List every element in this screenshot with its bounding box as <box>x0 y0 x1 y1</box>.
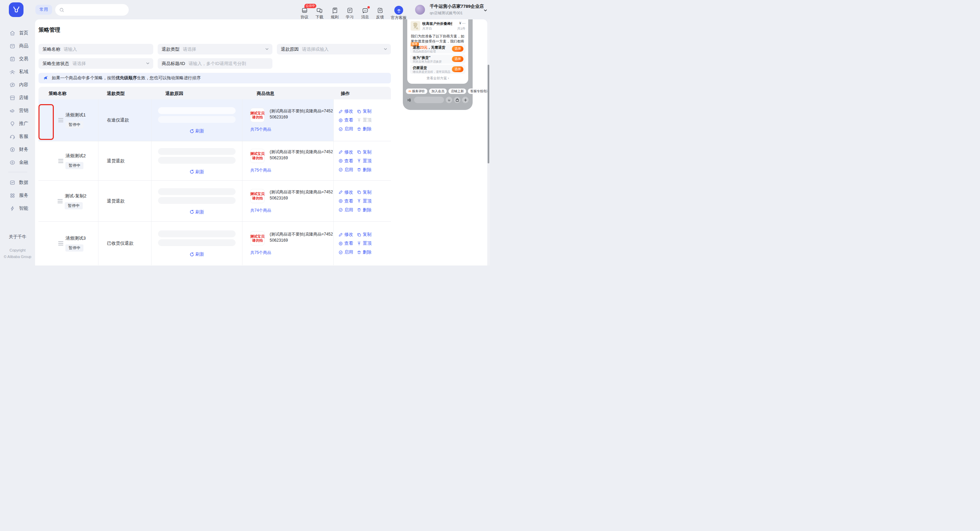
edit-action[interactable]: 修改 <box>339 232 356 238</box>
copy-action[interactable]: 复制 <box>357 232 372 238</box>
drag-handle[interactable] <box>58 240 63 246</box>
cell-refund-type: 在途仅退款 <box>99 99 151 141</box>
chip-service-hotline[interactable]: 客服专线电话 <box>468 89 490 94</box>
copy-action[interactable]: 复制 <box>357 108 372 114</box>
cell-refund-type: 已收货仅退款 <box>99 222 151 265</box>
sidebar-item-banking[interactable]: 金融 <box>0 157 35 168</box>
sidebar-item-service-desk[interactable]: 客服 <box>0 131 35 142</box>
status-badge: 暂停中 <box>65 121 83 128</box>
pencil-icon <box>339 232 343 237</box>
refresh-link[interactable]: 刷新 <box>190 209 204 215</box>
sidebar-item-services[interactable]: 服务 <box>0 189 35 201</box>
cell-refund-type: 退货退款 <box>99 181 151 221</box>
account-name: 千牛运营小店家7789企业店 <box>430 3 484 10</box>
option-title: 改为“换货” <box>413 56 431 60</box>
strategy-name: 清烦测试1 <box>65 112 86 118</box>
refresh-link[interactable]: 刷新 <box>190 169 204 175</box>
filter-strategy-name[interactable]: 策略名称 请输入 <box>38 44 153 54</box>
view-action[interactable]: 查看 <box>339 117 356 123</box>
scrollbar-thumb[interactable] <box>488 65 489 164</box>
sidebar-item-content[interactable]: 内容 <box>0 79 35 91</box>
product-count-link[interactable]: 共75个商品 <box>250 250 333 256</box>
enable-action[interactable]: 启用 <box>339 249 356 255</box>
emoji-icon[interactable] <box>446 97 452 103</box>
refresh-link[interactable]: 刷新 <box>190 128 204 134</box>
about-qianniu-link[interactable]: 关于千牛 <box>0 234 35 240</box>
view-action[interactable]: 查看 <box>339 240 356 246</box>
edit-action[interactable]: 修改 <box>339 108 356 114</box>
status-badge: 暂停中 <box>65 245 83 251</box>
drag-handle[interactable] <box>58 158 63 164</box>
filter-item-title-id[interactable]: 商品标题/ID 请输入，多个ID请用逗号分割 <box>158 58 272 69</box>
sidebar-item-orders[interactable]: 交易 <box>0 53 35 65</box>
select-button[interactable]: 选择 <box>452 56 463 62</box>
pin-top-action[interactable]: 置顶 <box>357 198 372 204</box>
view-all-plans-link[interactable]: 查看全部方案 › <box>407 76 468 81</box>
sidebar-item-products[interactable]: 商品 <box>0 40 35 52</box>
enable-action[interactable]: 启用 <box>339 207 356 213</box>
filter-refund-reason[interactable]: 退款原因 请选择或输入 <box>277 44 391 54</box>
pencil-icon <box>339 150 343 154</box>
refresh-link[interactable]: 刷新 <box>190 251 204 258</box>
annotation-highlight-box <box>38 104 54 140</box>
topbar-item-feedback[interactable]: 反馈 <box>371 7 390 20</box>
sidebar-item-home[interactable]: 首页 <box>0 27 35 39</box>
plus-icon[interactable] <box>462 97 469 103</box>
sidebar-item-data[interactable]: 数据 <box>0 176 35 188</box>
select-button[interactable]: 选择 <box>452 46 463 52</box>
copy-action[interactable]: 复制 <box>357 149 372 155</box>
cell-refund-reason: 刷新 <box>151 99 242 141</box>
chip-service-rating[interactable]: 服务评价 <box>406 89 427 94</box>
edit-action[interactable]: 修改 <box>339 149 356 155</box>
refresh-label: 刷新 <box>196 209 204 215</box>
chip-new-arrivals[interactable]: 店铺上新 <box>449 89 466 94</box>
enable-action[interactable]: 启用 <box>339 167 356 173</box>
product-count-link[interactable]: 共75个商品 <box>250 127 333 132</box>
search-input[interactable] <box>67 8 124 12</box>
chevron-down-icon[interactable] <box>484 8 487 12</box>
drag-handle[interactable] <box>57 198 63 204</box>
delete-action[interactable]: 删除 <box>357 249 372 255</box>
quick-tab-button[interactable]: 常用 <box>35 5 52 14</box>
product-count-link[interactable]: 共74个商品 <box>250 208 333 213</box>
sidebar-item-marketing[interactable]: 营销 <box>0 105 35 116</box>
priority-info-banner: 如果一个商品命中多个策略，按照优先级顺序生效，您也可以拖动策略进行排序 <box>38 73 391 83</box>
sidebar-item-shop[interactable]: 店铺 <box>0 92 35 103</box>
bag-icon[interactable] <box>454 97 460 103</box>
view-action[interactable]: 查看 <box>339 158 356 164</box>
chip-join-member[interactable]: 加入会员 <box>429 89 447 94</box>
top-bar: 常用 协议 公示中 下载 规则 学习 消息 反馈 官方客服 千牛运营小店家778… <box>0 0 490 19</box>
pin-top-action[interactable]: 置顶 <box>357 117 372 123</box>
column-header-strategy-name: 策略名称 <box>49 91 67 97</box>
pin-top-action[interactable]: 置顶 <box>357 158 372 164</box>
edit-action[interactable]: 修改 <box>339 189 356 196</box>
sidebar-item-private-domain[interactable]: 私域 <box>0 66 35 78</box>
enable-action[interactable]: 启用 <box>339 126 356 132</box>
view-action[interactable]: 查看 <box>339 198 356 204</box>
copy-action[interactable]: 复制 <box>357 189 372 196</box>
banner-text-bold: 优先级顺序 <box>116 75 137 81</box>
chat-text-input[interactable] <box>414 97 444 103</box>
headset-outline-icon <box>9 134 16 140</box>
content-icon <box>9 82 16 88</box>
sidebar-item-ai[interactable]: 智能 <box>0 202 35 214</box>
product-count-link[interactable]: 共75个商品 <box>250 167 333 173</box>
voice-icon[interactable] <box>407 98 411 102</box>
pin-top-action[interactable]: 置顶 <box>357 240 372 246</box>
qianniu-logo[interactable] <box>9 2 24 17</box>
drag-handle[interactable] <box>58 117 63 123</box>
sidebar-item-finance[interactable]: 财务 <box>0 144 35 155</box>
sidebar-item-promotion[interactable]: 推广 <box>0 118 35 129</box>
search-bar[interactable] <box>55 4 129 16</box>
account-avatar[interactable] <box>415 5 425 14</box>
delete-action[interactable]: 删除 <box>357 207 372 213</box>
pin-top-icon <box>357 241 361 246</box>
feedback-icon <box>377 7 384 14</box>
topbar-item-official-service[interactable]: 官方客服 <box>389 6 408 21</box>
delete-action[interactable]: 删除 <box>357 167 372 173</box>
filter-refund-type[interactable]: 退款类型 请选择 <box>158 44 272 54</box>
filter-strategy-status[interactable]: 策略生效状态 请选择 <box>38 58 153 69</box>
select-button[interactable]: 选择 <box>452 66 463 72</box>
account-info[interactable]: 千牛运营小店家7789企业店 qn店铺测试账号001 <box>430 3 484 16</box>
delete-action[interactable]: 删除 <box>357 126 372 132</box>
